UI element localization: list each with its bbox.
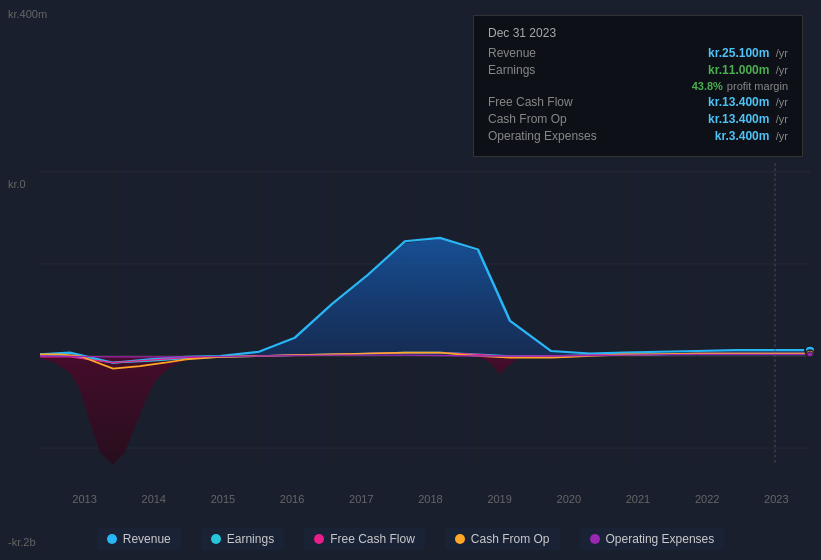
- main-chart: [0, 155, 821, 490]
- legend-fcf[interactable]: Free Cash Flow: [304, 528, 425, 550]
- tooltip-earnings-value: kr.11.000m /yr: [708, 63, 788, 77]
- tooltip-margin-value: 43.8%: [692, 80, 723, 92]
- legend-opex-dot: [590, 534, 600, 544]
- legend-revenue-dot: [107, 534, 117, 544]
- x-label-2016: 2016: [280, 493, 304, 505]
- x-label-2023: 2023: [764, 493, 788, 505]
- legend-fcf-label: Free Cash Flow: [330, 532, 415, 546]
- tooltip-cfo-label: Cash From Op: [488, 112, 567, 126]
- chart-legend: Revenue Earnings Free Cash Flow Cash Fro…: [0, 528, 821, 550]
- legend-opex-label: Operating Expenses: [606, 532, 715, 546]
- tooltip-margin-row: 43.8% profit margin: [488, 80, 788, 92]
- legend-fcf-dot: [314, 534, 324, 544]
- tooltip-revenue-value: kr.25.100m /yr: [708, 46, 788, 60]
- legend-earnings-label: Earnings: [227, 532, 274, 546]
- x-label-2020: 2020: [557, 493, 581, 505]
- tooltip-cfo-row: Cash From Op kr.13.400m /yr: [488, 112, 788, 126]
- tooltip-cfo-value: kr.13.400m /yr: [708, 112, 788, 126]
- x-label-2022: 2022: [695, 493, 719, 505]
- legend-revenue[interactable]: Revenue: [97, 528, 181, 550]
- revenue-fill-area: [40, 239, 810, 365]
- x-label-2013: 2013: [72, 493, 96, 505]
- tooltip-fcf-label: Free Cash Flow: [488, 95, 573, 109]
- x-label-2014: 2014: [142, 493, 166, 505]
- tooltip-revenue-row: Revenue kr.25.100m /yr: [488, 46, 788, 60]
- tooltip-opex-value: kr.3.400m /yr: [715, 129, 788, 143]
- tooltip-revenue-label: Revenue: [488, 46, 536, 60]
- tooltip-panel: Dec 31 2023 Revenue kr.25.100m /yr Earni…: [473, 15, 803, 157]
- legend-earnings-dot: [211, 534, 221, 544]
- tooltip-opex-row: Operating Expenses kr.3.400m /yr: [488, 129, 788, 143]
- legend-revenue-label: Revenue: [123, 532, 171, 546]
- x-label-2017: 2017: [349, 493, 373, 505]
- tooltip-opex-label: Operating Expenses: [488, 129, 597, 143]
- legend-earnings[interactable]: Earnings: [201, 528, 284, 550]
- tooltip-fcf-value: kr.13.400m /yr: [708, 95, 788, 109]
- legend-cfo-label: Cash From Op: [471, 532, 550, 546]
- tooltip-fcf-row: Free Cash Flow kr.13.400m /yr: [488, 95, 788, 109]
- x-label-2021: 2021: [626, 493, 650, 505]
- x-label-2018: 2018: [418, 493, 442, 505]
- legend-opex[interactable]: Operating Expenses: [580, 528, 725, 550]
- x-label-2015: 2015: [211, 493, 235, 505]
- x-axis-labels: 2013 2014 2015 2016 2017 2018 2019 2020 …: [0, 493, 821, 505]
- legend-cfo-dot: [455, 534, 465, 544]
- x-label-2019: 2019: [487, 493, 511, 505]
- tooltip-earnings-row: Earnings kr.11.000m /yr: [488, 63, 788, 77]
- tooltip-date: Dec 31 2023: [488, 26, 788, 40]
- opex-endpoint: [807, 352, 813, 357]
- y-label-top: kr.400m: [8, 8, 47, 20]
- tooltip-earnings-label: Earnings: [488, 63, 535, 77]
- legend-cfo[interactable]: Cash From Op: [445, 528, 560, 550]
